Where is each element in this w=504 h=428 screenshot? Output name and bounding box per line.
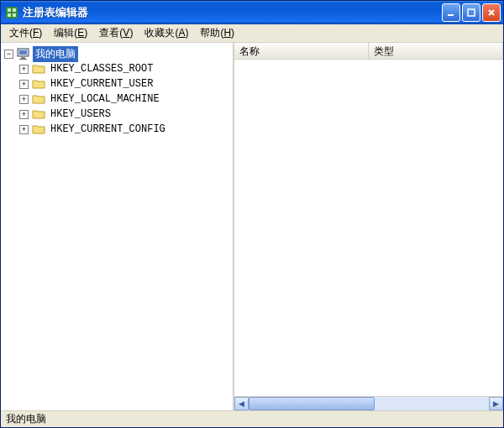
menu-favorites[interactable]: 收藏夹(A) [139,24,193,42]
tree-key-label[interactable]: HKEY_LOCAL_MACHINE [48,92,162,106]
computer-icon [17,48,30,60]
close-button[interactable] [482,3,501,22]
menu-view[interactable]: 查看(V) [94,24,138,42]
registry-tree: − 我的电脑 + HKEY_CLASSES_ROOT [4,46,233,137]
svg-rect-10 [19,59,27,60]
expand-icon[interactable]: + [19,65,29,74]
list-body[interactable] [234,60,503,396]
tree-root-node[interactable]: − 我的电脑 [4,46,233,61]
svg-rect-3 [8,13,11,17]
scroll-right-button[interactable]: ▶ [489,397,503,410]
column-type[interactable]: 类型 [369,43,503,59]
status-path: 我的电脑 [6,412,46,426]
tree-key-label[interactable]: HKEY_CURRENT_CONFIG [48,123,168,136]
svg-rect-5 [448,14,454,16]
column-name[interactable]: 名称 [234,43,369,59]
folder-icon [32,123,45,135]
menu-file[interactable]: 文件(F) [4,24,47,42]
list-header: 名称 类型 [234,43,503,60]
menu-edit[interactable]: 编辑(E) [49,24,92,42]
tree-key-node[interactable]: + HKEY_CURRENT_CONFIG [19,122,233,137]
expand-icon[interactable]: + [19,80,29,89]
expand-icon[interactable]: + [19,125,29,134]
menu-help[interactable]: 帮助(H) [195,24,239,42]
menubar: 文件(F) 编辑(E) 查看(V) 收藏夹(A) 帮助(H) [1,24,503,43]
scroll-track[interactable] [249,397,489,410]
maximize-button[interactable] [462,3,480,22]
list-pane: 名称 类型 ◀ ▶ [234,43,503,410]
tree-key-node[interactable]: + HKEY_CURRENT_USER [19,76,233,91]
folder-icon [32,63,45,75]
window-title: 注册表编辑器 [23,5,442,20]
tree-key-node[interactable]: + HKEY_CLASSES_ROOT [19,61,233,76]
minimize-button[interactable] [442,3,460,22]
scroll-thumb[interactable] [249,397,375,410]
svg-rect-1 [8,8,11,12]
app-icon [5,6,18,19]
tree-pane[interactable]: − 我的电脑 + HKEY_CLASSES_ROOT [1,43,234,410]
horizontal-scrollbar[interactable]: ◀ ▶ [234,396,503,410]
svg-rect-6 [468,9,475,16]
scroll-left-button[interactable]: ◀ [234,397,249,410]
statusbar: 我的电脑 [1,410,503,427]
tree-key-label[interactable]: HKEY_CURRENT_USER [48,77,155,91]
svg-rect-4 [13,13,16,17]
folder-icon [32,78,45,90]
svg-rect-9 [21,57,25,59]
tree-key-label[interactable]: HKEY_CLASSES_ROOT [48,62,155,76]
titlebar[interactable]: 注册表编辑器 [1,1,503,24]
window-controls [442,3,501,22]
tree-key-label[interactable]: HKEY_USERS [48,107,113,121]
tree-key-node[interactable]: + HKEY_LOCAL_MACHINE [19,91,233,107]
expand-icon[interactable]: + [19,95,29,104]
tree-root-label[interactable]: 我的电脑 [33,46,78,62]
folder-icon [32,108,45,120]
client-area: − 我的电脑 + HKEY_CLASSES_ROOT [1,43,503,410]
tree-key-node[interactable]: + HKEY_USERS [19,107,233,122]
folder-icon [32,93,45,105]
registry-editor-window: 注册表编辑器 文件(F) 编辑(E) 查看(V) 收藏夹(A) 帮助(H) − [0,0,504,428]
svg-rect-8 [19,50,27,55]
collapse-icon[interactable]: − [4,50,13,59]
svg-rect-2 [13,8,16,12]
expand-icon[interactable]: + [19,110,29,119]
